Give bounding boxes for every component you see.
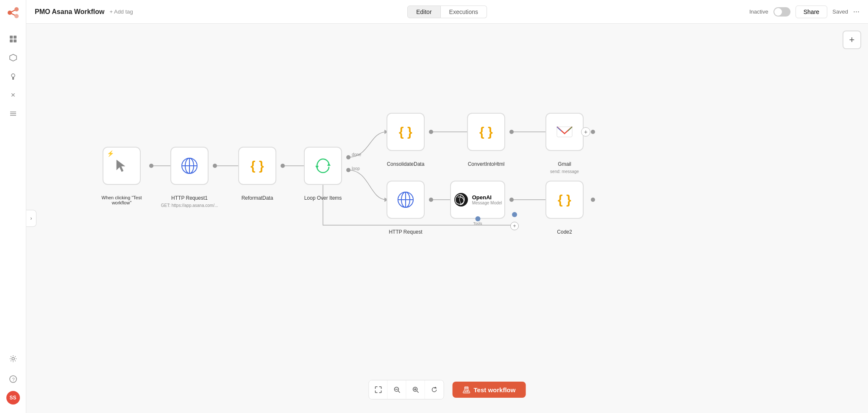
convert-code-icon: { } (478, 123, 495, 140)
svg-point-0 (8, 11, 12, 15)
avatar[interactable]: SS (6, 391, 20, 405)
svg-text:✕: ✕ (11, 92, 16, 98)
node-trigger-label: When clicking "Testworkflow" (96, 195, 147, 205)
bottom-toolbar: Test workflow (369, 380, 526, 399)
node-consolidate[interactable]: { } ConsolidateData (387, 113, 425, 151)
svg-point-78 (465, 391, 466, 392)
test-workflow-button[interactable]: Test workflow (453, 382, 526, 398)
workflow-canvas[interactable]: › (26, 24, 868, 413)
svg-point-79 (467, 391, 468, 392)
node-http2-label: HTTP Request (389, 229, 422, 235)
svg-point-41 (429, 198, 433, 202)
sidebar-item-credentials[interactable] (5, 68, 22, 85)
svg-point-21 (149, 164, 153, 168)
code-icon: { } (249, 157, 266, 174)
svg-point-27 (281, 164, 285, 168)
gmail-icon (555, 123, 574, 141)
node-http1[interactable]: HTTP Request1 GET: https://app.asana.com… (170, 147, 209, 185)
sidebar-nav: ✕ (5, 31, 22, 350)
node-code2[interactable]: { } Code2 (545, 181, 584, 219)
svg-point-38 (591, 130, 595, 134)
node-loop-label: Loop Over Items (304, 195, 342, 201)
node-http1-sublabel: GET: https://app.asana.com/... (161, 203, 218, 208)
svg-rect-7 (10, 39, 13, 42)
inactive-label: Inactive (749, 8, 768, 15)
collapse-sidebar-button[interactable]: › (26, 210, 36, 227)
sidebar-item-settings[interactable] (5, 350, 22, 367)
sidebar-item-executions[interactable] (5, 105, 22, 122)
svg-point-46 (512, 212, 517, 217)
node-reformat-label: ReformatData (242, 195, 273, 201)
svg-rect-11 (12, 77, 14, 80)
openai-name-label: OpenAI (472, 194, 502, 201)
sidebar: ✕ ? SS (0, 0, 26, 413)
fullscreen-button[interactable] (369, 380, 388, 399)
loop-back-add-button[interactable]: + (510, 222, 519, 230)
sidebar-item-workflows[interactable] (5, 49, 22, 66)
openai-sublabel: Message Model (472, 201, 502, 205)
logo[interactable] (6, 5, 21, 22)
svg-point-24 (213, 164, 217, 168)
share-button[interactable]: Share (796, 6, 827, 18)
node-gmail-label: Gmail (558, 161, 571, 167)
consolidate-code-icon: { } (397, 123, 414, 140)
header-right: Inactive Share Saved ··· (749, 6, 860, 18)
svg-rect-8 (14, 39, 17, 42)
svg-marker-50 (117, 160, 125, 172)
svg-rect-6 (14, 36, 17, 39)
sidebar-item-dashboard[interactable] (5, 31, 22, 47)
node-gmail[interactable]: Gmail send: message + (545, 113, 584, 151)
openai-icon (453, 192, 469, 207)
svg-line-71 (398, 391, 400, 393)
svg-rect-5 (10, 36, 13, 39)
flask-icon (463, 386, 470, 393)
sidebar-item-variables[interactable]: ✕ (5, 87, 22, 103)
node-openai[interactable]: OpenAI Message Model Tools OpenAI (450, 181, 505, 219)
header: PMO Asana Workflow + Add tag Editor Exec… (26, 0, 868, 24)
node-http2[interactable]: HTTP Request (387, 181, 425, 219)
svg-text:{ }: { } (479, 125, 493, 139)
sidebar-bottom: ? SS (5, 350, 22, 408)
tab-executions[interactable]: Executions (441, 6, 487, 18)
node-converthtml[interactable]: { } ConvertIntoHtml (467, 113, 505, 151)
reset-zoom-button[interactable] (425, 380, 444, 399)
http-globe-icon (180, 156, 199, 175)
loop-icon (314, 156, 332, 175)
svg-point-45 (591, 198, 595, 202)
node-trigger[interactable]: ⚡ When clicking "Testworkflow" (103, 147, 141, 185)
connections-svg: done loop (26, 24, 868, 413)
http2-globe-icon (396, 190, 415, 209)
svg-text:done: done (352, 152, 362, 157)
active-toggle[interactable] (773, 7, 790, 17)
node-gmail-sublabel: send: message (550, 169, 579, 174)
zoom-in-button[interactable] (406, 380, 425, 399)
svg-line-4 (11, 14, 15, 15)
tab-editor[interactable]: Editor (407, 6, 441, 18)
code2-icon: { } (556, 191, 573, 208)
svg-text:?: ? (12, 377, 14, 382)
node-http1-label: HTTP Request1 (171, 195, 208, 201)
gmail-add-button[interactable]: + (581, 127, 590, 137)
svg-text:loop: loop (352, 166, 360, 171)
canvas-wrapper: › (26, 24, 868, 413)
svg-point-16 (12, 357, 14, 360)
tab-group: Editor Executions (407, 6, 487, 18)
sidebar-item-help[interactable]: ? (5, 371, 22, 388)
node-converthtml-label: ConvertIntoHtml (468, 161, 505, 167)
page-title: PMO Asana Workflow (35, 8, 104, 16)
cursor-icon (114, 158, 129, 173)
svg-marker-56 (327, 163, 331, 166)
node-code2-label: Code2 (557, 229, 572, 235)
add-tag-button[interactable]: + Add tag (109, 8, 133, 15)
add-node-button[interactable]: + (843, 31, 861, 49)
node-loop[interactable]: Loop Over Items (304, 147, 342, 185)
saved-label: Saved (832, 8, 848, 15)
node-reformat[interactable]: { } ReformatData (238, 147, 276, 185)
svg-marker-57 (315, 166, 319, 169)
svg-point-2 (14, 14, 19, 18)
svg-point-44 (509, 198, 514, 202)
zoom-out-button[interactable] (388, 380, 406, 399)
more-options-button[interactable]: ··· (853, 7, 860, 16)
zoom-toolbar-group (369, 380, 444, 399)
main: PMO Asana Workflow + Add tag Editor Exec… (26, 0, 868, 413)
